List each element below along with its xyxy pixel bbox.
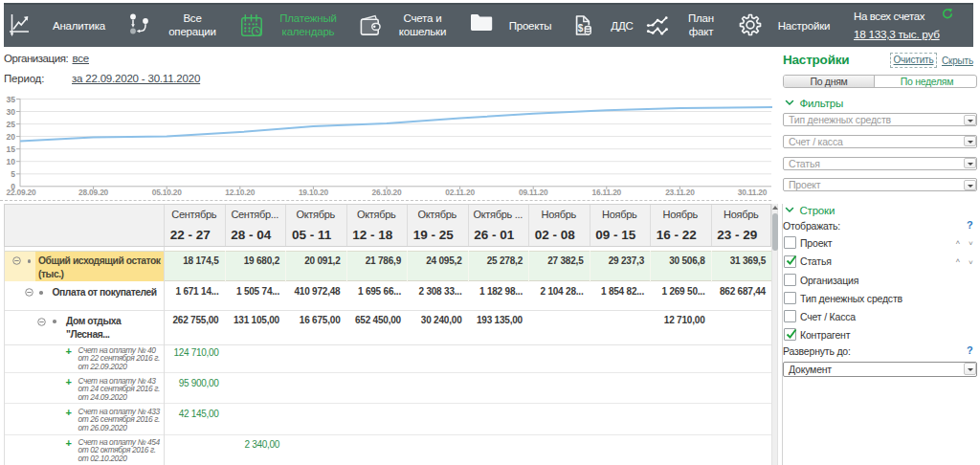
svg-text:16.11.20: 16.11.20 — [592, 188, 622, 197]
svg-text:30: 30 — [7, 107, 16, 117]
svg-text:20: 20 — [7, 132, 16, 142]
svg-text:35: 35 — [7, 95, 16, 104]
svg-text:09.11.20: 09.11.20 — [519, 188, 548, 197]
svg-text:02.11.20: 02.11.20 — [445, 188, 475, 197]
svg-text:19.10.20: 19.10.20 — [299, 188, 329, 197]
svg-text:10: 10 — [7, 157, 16, 166]
svg-text:12.10.20: 12.10.20 — [225, 188, 256, 197]
svg-text:22.09.20: 22.09.20 — [6, 188, 36, 197]
svg-text:26.10.20: 26.10.20 — [371, 188, 402, 197]
svg-text:15: 15 — [7, 144, 16, 154]
svg-text:30.11.20: 30.11.20 — [738, 188, 768, 197]
svg-text:05.10.20: 05.10.20 — [152, 188, 183, 197]
svg-text:5: 5 — [11, 169, 15, 179]
svg-text:25: 25 — [7, 120, 16, 129]
svg-text:28.09.20: 28.09.20 — [78, 188, 109, 197]
svg-text:23.11.20: 23.11.20 — [665, 188, 695, 197]
